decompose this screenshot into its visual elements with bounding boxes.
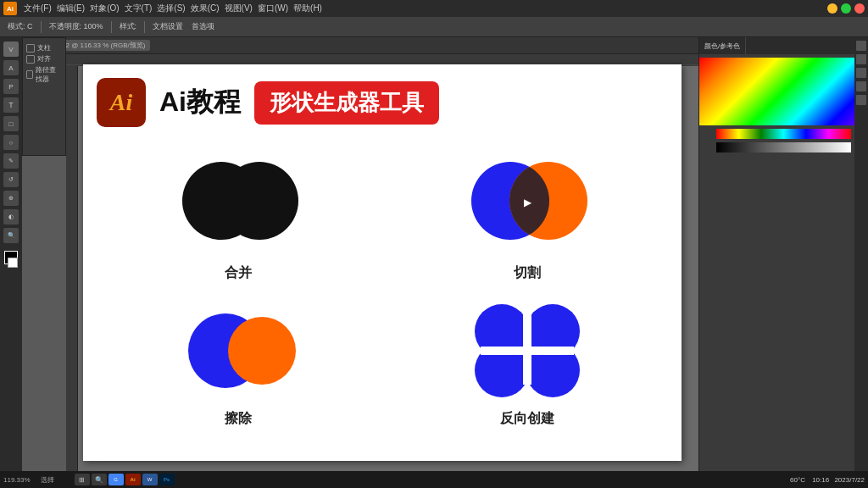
app-logo-text: Ai: [7, 5, 14, 13]
menu-window[interactable]: 窗口(W): [258, 3, 288, 14]
menu-object[interactable]: 对象(O): [90, 3, 119, 14]
app-logo: Ai: [3, 2, 17, 15]
menu-select[interactable]: 选择(S): [157, 3, 185, 14]
diagram-reverse: 反向创建: [386, 290, 668, 429]
diagram-merge: 合并: [97, 144, 379, 283]
menu-edit[interactable]: 编辑(E): [57, 3, 85, 14]
toolbar-sep-1: [41, 21, 42, 33]
ai-logo-box: Ai: [97, 78, 146, 127]
taskbar-chrome[interactable]: G: [108, 474, 124, 485]
panel-icons-strip: [854, 37, 868, 471]
page-title: Ai教程: [159, 84, 241, 121]
rotate-tool[interactable]: ↺: [3, 172, 19, 187]
svg-rect-16: [523, 347, 531, 355]
gradient-tool[interactable]: ◐: [3, 209, 19, 225]
menu-file[interactable]: 文件(F): [24, 3, 52, 14]
svg-point-9: [228, 317, 296, 385]
panel-icon-1[interactable]: [856, 41, 866, 51]
pen-tool[interactable]: P: [3, 79, 19, 94]
layer-distribute[interactable]: 对齐: [26, 54, 62, 64]
panel-icon-3[interactable]: [856, 68, 866, 78]
pencil-tool[interactable]: ✎: [3, 153, 19, 169]
ruler-vertical: [66, 66, 78, 471]
menu-view[interactable]: 视图(V): [225, 3, 253, 14]
close-button[interactable]: [854, 3, 865, 14]
tool-panel: V A P T □ ○ ✎ ↺ ⊕ ◐ 🔍: [0, 37, 22, 471]
menu-help[interactable]: 帮助(H): [293, 3, 322, 14]
blend-tool[interactable]: ⊕: [3, 191, 19, 206]
toolbar-mode: 模式: C: [5, 20, 36, 33]
taskbar-word[interactable]: W: [142, 474, 158, 485]
menu-items: 文件(F) 编辑(E) 对象(O) 文字(T) 选择(S) 效果(C) 视图(V…: [24, 3, 322, 14]
cut-label: 切割: [514, 264, 541, 282]
badge-text: 形状生成器工具: [270, 88, 424, 118]
main-toolbar: 模式: C 不透明度: 100% 样式: 文档设置 首选项: [0, 17, 868, 37]
layer-pathfinder[interactable]: 路径查找器: [26, 65, 62, 84]
panel-icon-5[interactable]: [856, 95, 866, 105]
svg-text:▶: ▶: [523, 197, 531, 208]
minimize-button[interactable]: [827, 3, 837, 14]
clock-time: 10:16: [812, 476, 829, 484]
diagrams-grid: 合并 ▶ 切割: [97, 144, 668, 429]
taskbar-ps[interactable]: Ps: [159, 474, 175, 485]
diagram-erase: 擦除: [97, 290, 379, 429]
pathfinder-icon: [26, 70, 33, 79]
toolbar-opacity: 不透明度: 100%: [47, 20, 106, 33]
layers-panel: 支柱 对齐 路径查找器: [22, 37, 66, 156]
taskbar-ai[interactable]: Ai: [125, 474, 141, 485]
align-icon: [26, 44, 35, 53]
brightness-bar[interactable]: [716, 142, 851, 152]
status-zoom: 119.33%: [3, 476, 31, 484]
toolbar-style: 样式:: [117, 20, 140, 33]
toolbar-sep-3: [144, 21, 145, 33]
svg-point-2: [220, 162, 298, 240]
erase-label: 擦除: [225, 410, 252, 428]
rectangle-tool[interactable]: □: [3, 116, 19, 131]
toolbar-sep-2: [111, 21, 112, 33]
color-tab[interactable]: 颜色/参考色: [699, 37, 746, 54]
merge-svg: [162, 146, 314, 256]
cpu-temp: 60°C: [790, 476, 805, 484]
artboard: Ai Ai教程 形状生成器工具 合并: [83, 64, 682, 461]
type-tool[interactable]: T: [3, 97, 19, 113]
menu-text[interactable]: 文字(T): [125, 3, 153, 14]
diagram-cut: ▶ 切割: [386, 144, 668, 283]
color-gradient: [699, 58, 868, 125]
canvas-area[interactable]: // ruler ticks — inline approach won't w…: [66, 54, 698, 471]
clock-date: 2023/7/22: [834, 476, 865, 484]
maximize-button[interactable]: [841, 3, 851, 14]
cut-svg: ▶: [451, 146, 604, 256]
direct-select-tool[interactable]: A: [3, 60, 19, 75]
erase-svg: [162, 291, 314, 402]
taskbar-windows[interactable]: ⊞: [75, 474, 90, 485]
pathfinder-label: 路径查找器: [36, 65, 62, 84]
taskbar: 119.33% 选择 ⊞ 🔍 G Ai W Ps 60°C 10:16 2023…: [0, 471, 868, 488]
layer-align[interactable]: 支柱: [26, 43, 62, 53]
ai-logo-text: Ai: [110, 89, 132, 116]
align-label: 支柱: [37, 43, 51, 53]
red-badge: 形状生成器工具: [254, 81, 439, 125]
menu-effect[interactable]: 效果(C): [191, 3, 220, 14]
distribute-icon: [26, 55, 35, 64]
taskbar-search[interactable]: 🔍: [92, 474, 107, 485]
merge-label: 合并: [225, 264, 252, 282]
color-spectrum-bar[interactable]: [716, 129, 851, 139]
reverse-svg: [451, 291, 604, 402]
ellipse-tool[interactable]: ○: [3, 135, 19, 150]
background-color[interactable]: [8, 258, 18, 268]
right-panel-tabs: 颜色/参考色: [699, 37, 868, 54]
toolbar-doc-settings[interactable]: 文档设置: [150, 20, 186, 33]
right-panel: 颜色/参考色: [698, 37, 868, 471]
select-tool[interactable]: V: [3, 42, 19, 57]
menu-bar: Ai 文件(F) 编辑(E) 对象(O) 文字(T) 选择(S) 效果(C) 视…: [0, 0, 868, 17]
reverse-label: 反向创建: [500, 410, 554, 428]
panel-icon-2[interactable]: [856, 54, 866, 64]
zoom-tool[interactable]: 🔍: [3, 228, 19, 243]
toolbar-preferences[interactable]: 首选项: [189, 20, 217, 33]
distribute-label: 对齐: [37, 54, 51, 64]
window-controls: [827, 3, 865, 14]
panel-icon-4[interactable]: [856, 81, 866, 92]
status-info: 选择: [41, 475, 54, 485]
system-tray: 60°C 10:16 2023/7/22: [790, 476, 865, 484]
header-row: Ai Ai教程 形状生成器工具: [97, 78, 668, 127]
